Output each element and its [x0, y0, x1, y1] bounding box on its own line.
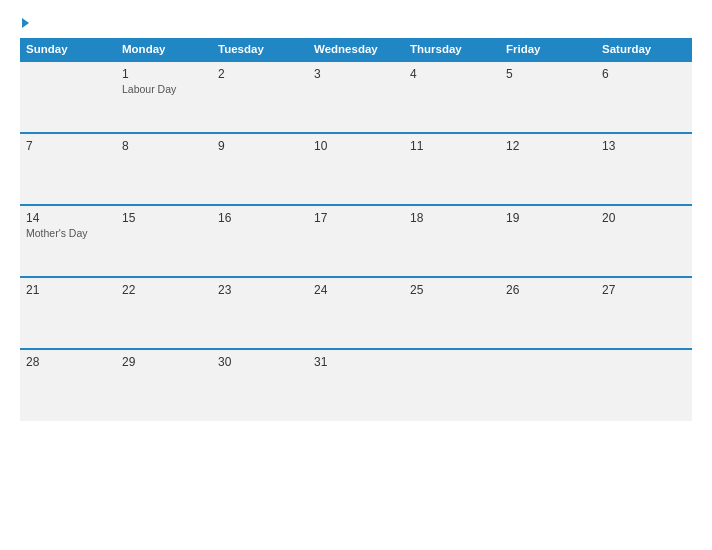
- weekday-header: Tuesday: [212, 38, 308, 61]
- weekday-header: Friday: [500, 38, 596, 61]
- calendar-cell: 23: [212, 277, 308, 349]
- calendar-cell: 28: [20, 349, 116, 421]
- day-number: 14: [26, 211, 110, 225]
- calendar-cell: 30: [212, 349, 308, 421]
- day-number: 6: [602, 67, 686, 81]
- calendar-cell: 24: [308, 277, 404, 349]
- day-number: 29: [122, 355, 206, 369]
- calendar-cell: 31: [308, 349, 404, 421]
- calendar-week-row: 78910111213: [20, 133, 692, 205]
- calendar-cell: [20, 61, 116, 133]
- day-number: 10: [314, 139, 398, 153]
- day-number: 1: [122, 67, 206, 81]
- day-number: 15: [122, 211, 206, 225]
- day-number: 5: [506, 67, 590, 81]
- calendar-cell: 21: [20, 277, 116, 349]
- calendar-cell: [596, 349, 692, 421]
- day-number: 25: [410, 283, 494, 297]
- day-number: 23: [218, 283, 302, 297]
- day-number: 20: [602, 211, 686, 225]
- weekday-header: Saturday: [596, 38, 692, 61]
- day-number: 12: [506, 139, 590, 153]
- event-label: Labour Day: [122, 83, 206, 95]
- calendar-cell: 20: [596, 205, 692, 277]
- calendar-cell: 18: [404, 205, 500, 277]
- day-number: 26: [506, 283, 590, 297]
- weekday-header: Monday: [116, 38, 212, 61]
- calendar-cell: 16: [212, 205, 308, 277]
- calendar-cell: 5: [500, 61, 596, 133]
- day-number: 13: [602, 139, 686, 153]
- day-number: 22: [122, 283, 206, 297]
- logo-triangle-icon: [22, 18, 29, 28]
- day-number: 18: [410, 211, 494, 225]
- calendar-cell: 19: [500, 205, 596, 277]
- calendar-cell: 3: [308, 61, 404, 133]
- day-number: 21: [26, 283, 110, 297]
- day-number: 28: [26, 355, 110, 369]
- calendar-cell: 4: [404, 61, 500, 133]
- day-number: 9: [218, 139, 302, 153]
- calendar-cell: 6: [596, 61, 692, 133]
- calendar-week-row: 1Labour Day23456: [20, 61, 692, 133]
- calendar-cell: 25: [404, 277, 500, 349]
- day-number: 16: [218, 211, 302, 225]
- day-number: 19: [506, 211, 590, 225]
- day-number: 27: [602, 283, 686, 297]
- day-number: 11: [410, 139, 494, 153]
- calendar-week-row: 21222324252627: [20, 277, 692, 349]
- calendar-table: SundayMondayTuesdayWednesdayThursdayFrid…: [20, 38, 692, 421]
- calendar-cell: 17: [308, 205, 404, 277]
- day-number: 7: [26, 139, 110, 153]
- calendar-cell: 9: [212, 133, 308, 205]
- calendar-cell: 10: [308, 133, 404, 205]
- calendar-cell: 22: [116, 277, 212, 349]
- calendar-cell: 15: [116, 205, 212, 277]
- day-number: 3: [314, 67, 398, 81]
- calendar-cell: 2: [212, 61, 308, 133]
- weekday-header: Sunday: [20, 38, 116, 61]
- weekday-header-row: SundayMondayTuesdayWednesdayThursdayFrid…: [20, 38, 692, 61]
- calendar-cell: 12: [500, 133, 596, 205]
- event-label: Mother's Day: [26, 227, 110, 239]
- calendar-cell: 26: [500, 277, 596, 349]
- logo: [20, 18, 29, 28]
- weekday-header: Wednesday: [308, 38, 404, 61]
- calendar-cell: 14Mother's Day: [20, 205, 116, 277]
- day-number: 8: [122, 139, 206, 153]
- calendar-cell: 11: [404, 133, 500, 205]
- day-number: 24: [314, 283, 398, 297]
- calendar-cell: 8: [116, 133, 212, 205]
- calendar-page: SundayMondayTuesdayWednesdayThursdayFrid…: [0, 0, 712, 550]
- calendar-cell: 1Labour Day: [116, 61, 212, 133]
- calendar-cell: 7: [20, 133, 116, 205]
- day-number: 30: [218, 355, 302, 369]
- calendar-cell: 29: [116, 349, 212, 421]
- calendar-header: [20, 18, 692, 28]
- calendar-week-row: 28293031: [20, 349, 692, 421]
- day-number: 31: [314, 355, 398, 369]
- calendar-cell: 27: [596, 277, 692, 349]
- logo-blue-text: [20, 18, 29, 28]
- weekday-header: Thursday: [404, 38, 500, 61]
- calendar-week-row: 14Mother's Day151617181920: [20, 205, 692, 277]
- day-number: 17: [314, 211, 398, 225]
- day-number: 4: [410, 67, 494, 81]
- calendar-cell: [500, 349, 596, 421]
- calendar-cell: 13: [596, 133, 692, 205]
- day-number: 2: [218, 67, 302, 81]
- calendar-cell: [404, 349, 500, 421]
